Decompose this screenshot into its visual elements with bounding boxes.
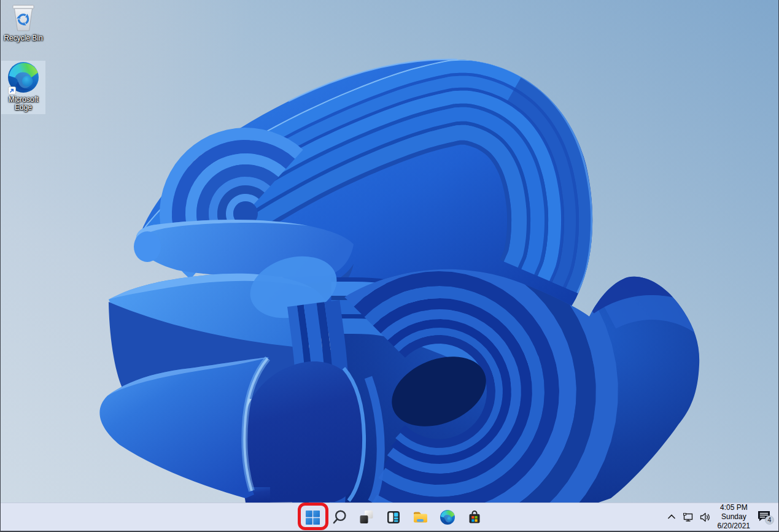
svg-text:4: 4 bbox=[768, 516, 772, 523]
